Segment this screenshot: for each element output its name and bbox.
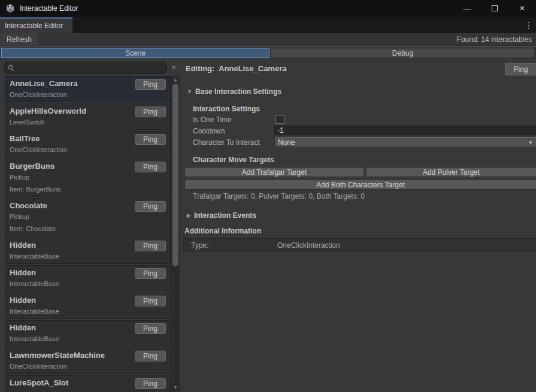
item-type: OneClickInteraction bbox=[10, 91, 67, 98]
add-trafalgar-target-button[interactable]: Add Trafalgar Target bbox=[184, 167, 364, 177]
item-name: LureSpotA_Slot bbox=[10, 378, 68, 387]
list-item[interactable]: LawnmowerStateMachine Ping OneClickInter… bbox=[5, 348, 171, 374]
item-name: BurgerBuns bbox=[10, 162, 54, 171]
list-item[interactable]: Hidden Ping InteractableBase bbox=[5, 238, 171, 264]
scrollbar-thumb[interactable] bbox=[172, 84, 178, 266]
item-detail: Item: BurgerBuns bbox=[10, 186, 61, 193]
foldout-closed-icon: ▶ bbox=[187, 212, 191, 218]
item-name: Chocolate bbox=[10, 201, 47, 210]
character-move-targets-title: Character Move Targets bbox=[193, 156, 274, 164]
item-detail: Item: Chocolate bbox=[10, 225, 56, 232]
interactable-list: AnneLise_Camera Ping OneClickInteraction… bbox=[5, 76, 171, 392]
ping-button[interactable]: Ping bbox=[135, 378, 166, 389]
type-row: Type: OneClickInteraction bbox=[183, 238, 536, 251]
ping-button[interactable]: Ping bbox=[135, 351, 166, 361]
ping-button[interactable]: Ping bbox=[135, 241, 166, 251]
chevron-down-icon: ▼ bbox=[528, 140, 533, 145]
close-icon[interactable]: ✕ bbox=[508, 0, 536, 17]
editing-label: Editing: bbox=[186, 64, 214, 73]
item-type: OneClickInteraction bbox=[10, 363, 67, 370]
item-name: AnneLise_Camera bbox=[10, 79, 77, 88]
ping-button[interactable]: Ping bbox=[505, 63, 536, 75]
ping-button[interactable]: Ping bbox=[135, 296, 166, 306]
list-item[interactable]: AppleHillsOverworld Ping LevelSwitch bbox=[5, 104, 171, 130]
item-type: InteractableBase bbox=[10, 253, 59, 260]
additional-information-title: Additional Information bbox=[184, 227, 261, 235]
search-field[interactable] bbox=[4, 62, 167, 74]
tab-scene[interactable]: Scene bbox=[1, 48, 269, 58]
item-name: Hidden bbox=[10, 323, 36, 332]
list-item[interactable]: Hidden Ping InteractableBase bbox=[5, 293, 171, 319]
item-type: OneClickInteraction bbox=[10, 146, 67, 153]
list-item[interactable]: Hidden Ping InteractableBase bbox=[5, 265, 171, 291]
type-value: OneClickInteraction bbox=[277, 241, 340, 250]
list-item[interactable]: BurgerBuns Ping Pickup Item: BurgerBuns bbox=[5, 159, 171, 197]
ping-button[interactable]: Ping bbox=[135, 201, 166, 212]
maximize-icon[interactable] bbox=[481, 0, 508, 17]
list-item[interactable]: Hidden Ping InteractableBase bbox=[5, 320, 171, 347]
interaction-settings-title: Interaction Settings bbox=[193, 105, 260, 113]
interactable-list-panel: × AnneLise_Camera Ping OneClickInteracti… bbox=[0, 59, 181, 392]
type-label: Type: bbox=[191, 241, 208, 250]
refresh-button[interactable]: Refresh bbox=[0, 33, 39, 45]
foldout-interaction-events[interactable]: ▶ Interaction Events bbox=[187, 211, 256, 220]
scroll-up-icon[interactable]: ▲ bbox=[171, 77, 180, 84]
editing-target-name: AnneLise_Camera bbox=[219, 64, 286, 73]
ping-button[interactable]: Ping bbox=[135, 162, 166, 172]
tab-interactable-editor[interactable]: Interactable Editor bbox=[0, 17, 72, 33]
item-type: InteractableBase bbox=[10, 308, 59, 315]
foldout-base-interaction-settings[interactable]: ▼ Base Interaction Settings bbox=[187, 87, 281, 96]
interactable-editor-window: Interactable Editor — ✕ Interactable Edi… bbox=[0, 0, 536, 392]
found-count-label: Found: 14 interactables bbox=[457, 33, 532, 45]
window-controls: — ✕ bbox=[453, 0, 536, 17]
clear-search-icon[interactable]: × bbox=[169, 62, 178, 74]
item-name: Hidden bbox=[10, 268, 36, 277]
ping-button[interactable]: Ping bbox=[135, 323, 166, 334]
tab-debug[interactable]: Debug bbox=[271, 48, 535, 58]
is-one-time-label: Is One Time bbox=[193, 116, 232, 124]
minimize-icon[interactable]: — bbox=[453, 0, 481, 17]
toolbar: Refresh Found: 14 interactables bbox=[0, 33, 536, 46]
ping-button[interactable]: Ping bbox=[135, 134, 166, 145]
unity-cube-icon bbox=[5, 4, 15, 13]
search-icon bbox=[8, 65, 14, 71]
character-to-interact-dropdown[interactable]: None ▼ bbox=[274, 137, 536, 147]
search-input[interactable] bbox=[14, 63, 166, 72]
window-title: Interactable Editor bbox=[20, 4, 78, 13]
list-item[interactable]: BallTree Ping OneClickInteraction bbox=[5, 131, 171, 157]
item-type: InteractableBase bbox=[10, 335, 59, 342]
item-type: Pickup bbox=[10, 213, 29, 220]
item-type: Pickup bbox=[10, 174, 29, 181]
add-pulver-target-button[interactable]: Add Pulver Target bbox=[366, 167, 536, 177]
list-scrollbar[interactable]: ▲ ▼ bbox=[171, 76, 180, 392]
foldout-open-icon: ▼ bbox=[187, 89, 192, 95]
list-item[interactable]: AnneLise_Camera Ping OneClickInteraction bbox=[5, 76, 171, 102]
cooldown-input[interactable] bbox=[274, 126, 536, 135]
item-name: BallTree bbox=[10, 134, 40, 143]
kebab-menu-icon[interactable]: ⋮ bbox=[524, 20, 534, 31]
add-both-characters-target-button[interactable]: Add Both Characters Target bbox=[184, 180, 536, 190]
titlebar: Interactable Editor — ✕ bbox=[0, 0, 536, 17]
item-type: LevelSwitch bbox=[10, 118, 45, 126]
targets-summary: Trafalgar Targets: 0, Pulver Targets: 0,… bbox=[193, 192, 365, 200]
list-item[interactable]: LureSpotA_Slot Ping bbox=[5, 375, 171, 392]
mode-tabs: Scene Debug bbox=[0, 46, 536, 59]
inspector-panel: Editing: AnneLise_Camera Ping ▼ Base Int… bbox=[181, 59, 536, 392]
item-name: AppleHillsOverworld bbox=[10, 107, 86, 116]
item-type: InteractableBase bbox=[10, 280, 59, 287]
ping-button[interactable]: Ping bbox=[135, 79, 166, 90]
character-to-interact-label: Character To Interact bbox=[193, 138, 260, 147]
item-name: LawnmowerStateMachine bbox=[10, 351, 105, 360]
scroll-down-icon[interactable]: ▼ bbox=[171, 384, 180, 391]
ping-button[interactable]: Ping bbox=[135, 107, 166, 117]
item-name: Hidden bbox=[10, 241, 36, 250]
list-item[interactable]: Chocolate Ping Pickup Item: Chocolate bbox=[5, 198, 171, 236]
cooldown-label: Cooldown bbox=[193, 127, 225, 135]
item-name: Hidden bbox=[10, 296, 36, 305]
editor-tab-strip: Interactable Editor ⋮ bbox=[0, 17, 536, 33]
is-one-time-checkbox[interactable] bbox=[275, 115, 284, 124]
ping-button[interactable]: Ping bbox=[135, 268, 166, 279]
